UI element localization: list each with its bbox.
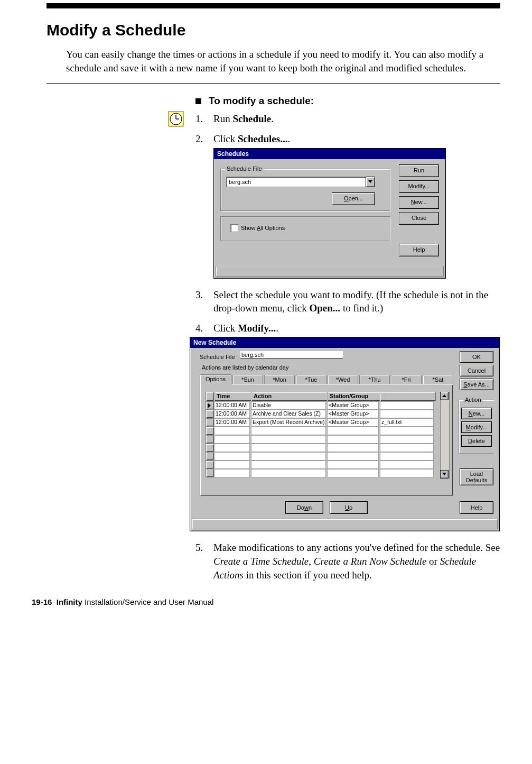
cell-empty[interactable] xyxy=(327,427,379,435)
chevron-down-icon xyxy=(442,472,446,476)
svg-point-6 xyxy=(176,124,176,125)
schedule-file-input[interactable]: berg.sch xyxy=(226,177,369,187)
cell-empty[interactable] xyxy=(251,427,326,435)
modify-button[interactable]: Modify... xyxy=(399,180,439,193)
row-selector[interactable] xyxy=(206,410,214,418)
save-as-button[interactable]: Save As... xyxy=(460,379,493,390)
dialog-title: New Schedule xyxy=(190,337,499,348)
vertical-scrollbar[interactable] xyxy=(440,392,450,478)
cell-empty[interactable] xyxy=(327,461,379,469)
cell-empty[interactable] xyxy=(251,444,326,452)
cell-empty[interactable] xyxy=(380,427,434,435)
row-selector[interactable] xyxy=(206,401,214,410)
row-selector[interactable] xyxy=(206,452,214,461)
row-selector[interactable] xyxy=(206,435,214,444)
cell-empty[interactable] xyxy=(251,469,326,477)
cell-empty[interactable] xyxy=(214,435,250,444)
divider-rule xyxy=(46,83,500,84)
svg-marker-8 xyxy=(368,180,372,183)
svg-point-7 xyxy=(170,119,171,119)
cell-empty[interactable] xyxy=(251,452,326,461)
open-button[interactable]: Open... xyxy=(332,192,375,205)
new-button[interactable]: New... xyxy=(399,196,439,209)
run-button[interactable]: Run xyxy=(399,164,439,177)
cell-extra[interactable] xyxy=(380,410,434,418)
svg-point-4 xyxy=(176,113,176,114)
cell-station[interactable]: <Master Group> xyxy=(327,410,379,418)
dropdown-button[interactable] xyxy=(366,177,375,187)
cell-action[interactable]: Archive and Clear Sales (Z) xyxy=(251,410,326,418)
row-selector[interactable] xyxy=(206,427,214,435)
schedule-file-label: Schedule File xyxy=(200,353,235,361)
cell-time[interactable]: 12:00:00 AM xyxy=(214,410,250,418)
load-defaults-button[interactable]: LoadDefaults xyxy=(460,468,493,485)
help-button[interactable]: Help xyxy=(399,244,439,256)
col-action: Action xyxy=(251,392,328,401)
cell-empty[interactable] xyxy=(214,469,250,477)
svg-marker-9 xyxy=(208,403,211,408)
intro-paragraph: You can easily change the times or actio… xyxy=(66,48,500,75)
row-selector[interactable] xyxy=(206,444,214,452)
scroll-down-button[interactable] xyxy=(440,470,449,478)
row-selector[interactable] xyxy=(206,469,214,477)
svg-marker-10 xyxy=(442,394,446,397)
step-3: Select the schedule you want to modify. … xyxy=(195,288,500,315)
cell-extra[interactable] xyxy=(380,401,434,410)
cell-action[interactable]: Disable xyxy=(251,401,326,410)
tab-panel: Time Action Station/Group xyxy=(200,384,453,496)
step-1: Run Schedule. xyxy=(195,112,500,126)
cell-station[interactable]: <Master Group> xyxy=(327,418,379,427)
cell-time[interactable]: 12:00:00 AM xyxy=(214,418,250,427)
show-all-options-checkbox[interactable] xyxy=(230,224,238,232)
down-button[interactable]: Down xyxy=(285,501,323,514)
col-extra xyxy=(380,392,436,401)
step-4: Click Modify.... New Schedule Schedule F… xyxy=(195,321,500,532)
help-button[interactable]: Help xyxy=(460,501,493,514)
cell-extra[interactable]: z_full.txt xyxy=(380,418,434,427)
cell-empty[interactable] xyxy=(251,461,326,469)
cell-empty[interactable] xyxy=(251,435,326,444)
cell-empty[interactable] xyxy=(214,452,250,461)
cell-time[interactable]: 12:00:00 AM xyxy=(214,401,250,410)
cell-empty[interactable] xyxy=(380,452,434,461)
new-schedule-dialog: New Schedule Schedule File berg.sch Acti… xyxy=(190,337,500,531)
step-5: Make modifications to any actions you've… xyxy=(195,541,500,582)
cell-empty[interactable] xyxy=(327,435,379,444)
cell-empty[interactable] xyxy=(327,452,379,461)
header-rule xyxy=(46,3,500,8)
cell-empty[interactable] xyxy=(214,427,250,435)
clock-icon xyxy=(168,111,184,130)
action-delete-button[interactable]: Delete xyxy=(461,435,492,447)
schedules-dialog: Schedules Schedule File berg.sch Open... xyxy=(213,148,446,279)
ok-button[interactable]: OK xyxy=(460,351,493,363)
cell-empty[interactable] xyxy=(380,435,434,444)
show-all-options-label: Show All Options xyxy=(241,224,285,232)
cell-empty[interactable] xyxy=(380,461,434,469)
dialog-title: Schedules xyxy=(214,149,445,159)
scroll-up-button[interactable] xyxy=(440,392,449,400)
row-selector[interactable] xyxy=(206,418,214,427)
close-button[interactable]: Close xyxy=(399,212,439,225)
row-selector-header xyxy=(206,392,214,401)
row-selector[interactable] xyxy=(206,461,214,469)
cell-station[interactable]: <Master Group> xyxy=(327,401,379,410)
cell-action[interactable]: Export (Most Recent Archive) xyxy=(251,418,326,427)
up-button[interactable]: Up xyxy=(330,501,368,514)
cell-empty[interactable] xyxy=(214,444,250,452)
cell-empty[interactable] xyxy=(327,444,379,452)
action-new-button[interactable]: New... xyxy=(461,408,492,419)
cell-empty[interactable] xyxy=(214,461,250,469)
tab-options[interactable]: Options xyxy=(200,374,231,385)
schedule-file-field[interactable]: berg.sch xyxy=(240,351,343,359)
options-group: Show All Options xyxy=(220,216,390,241)
chevron-up-icon xyxy=(442,394,446,398)
action-group-label: Action xyxy=(463,396,483,404)
cancel-button[interactable]: Cancel xyxy=(460,365,493,376)
action-modify-button[interactable]: Modify... xyxy=(461,421,492,433)
cell-empty[interactable] xyxy=(380,444,434,452)
cell-empty[interactable] xyxy=(327,469,379,477)
cell-empty[interactable] xyxy=(380,469,434,477)
col-time: Time xyxy=(214,392,252,401)
col-station: Station/Group xyxy=(327,392,381,401)
chevron-down-icon xyxy=(368,180,372,184)
